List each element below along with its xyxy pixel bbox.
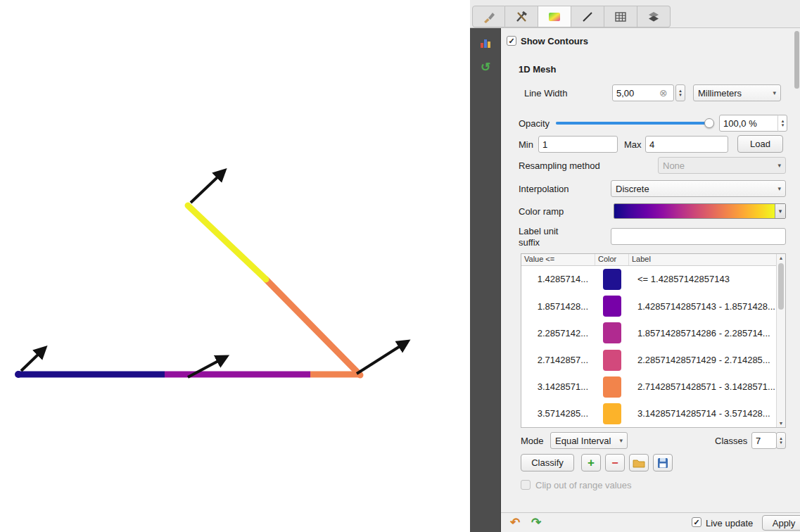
min-input[interactable] [538,136,618,153]
clear-icon[interactable]: ⊗ [659,87,668,99]
color-ramp-arrow-button[interactable]: ▾ [775,204,785,218]
mode-value: Equal Interval [555,436,611,446]
check-icon: ✓ [508,37,514,46]
label-unit-suffix-label: Label unit suffix [519,226,578,248]
class-color-cell[interactable] [595,269,629,290]
class-label[interactable]: 1.42857142857143 - 1.8571428... [629,301,776,312]
color-swatch[interactable] [603,322,621,343]
chevron-down-icon: ▾ [773,89,776,96]
color-swatch[interactable] [603,296,621,317]
class-label[interactable]: 1.85714285714286 - 2.285714... [629,328,776,338]
class-color-cell[interactable] [595,296,629,317]
table-row[interactable]: 2.7142857... 2.28571428571429 - 2.714285… [521,346,776,373]
reload-style-button[interactable]: ↺ [476,58,495,76]
interpolation-dropdown[interactable]: Discrete ▾ [611,180,786,197]
resampling-value: None [663,160,685,171]
chevron-down-icon: ▾ [777,162,781,169]
mode-dropdown[interactable]: Equal Interval ▾ [550,432,628,449]
opacity-slider-handle[interactable] [704,118,714,128]
add-class-button[interactable]: + [581,454,601,471]
class-color-cell[interactable] [595,403,629,424]
side-toolbar: ↺ [470,28,501,532]
line-width-unit-dropdown[interactable]: Millimeters ▾ [693,84,781,101]
show-contours-checkbox[interactable]: ✓ [507,36,516,46]
color-swatch[interactable] [603,269,621,290]
styling-panel: ✓ Show Contours 1D Mesh Line Width ⊗ ▴ ▾… [501,28,800,512]
live-update-label: Live update [706,518,753,528]
classify-button[interactable]: Classify [521,454,574,471]
mode-label: Mode [521,436,544,446]
max-input[interactable] [645,136,728,153]
color-swatch[interactable] [603,350,621,371]
class-color-cell[interactable] [595,350,629,371]
header-value[interactable]: Value <= [521,254,595,265]
table-row[interactable]: 3.1428571... 2.71428571428571 - 3.142857… [521,374,776,400]
layers-icon [647,10,661,24]
redo-icon: ↷ [531,515,541,530]
load-classes-button[interactable] [629,454,649,471]
clip-out-of-range-label: Clip out of range values [535,480,632,490]
classes-stepper[interactable]: ▴ ▾ [776,432,786,449]
live-update-checkbox[interactable]: ✓ [692,517,701,527]
label-unit-suffix-input[interactable] [611,228,786,245]
table-scrollbar[interactable]: ▲ ▼ [776,254,785,427]
table-row[interactable]: 1.8571428... 1.42857142857143 - 1.857142… [521,293,776,319]
scrollbar-thumb[interactable] [778,263,784,310]
class-value[interactable]: 2.7142857... [521,355,595,365]
undo-button[interactable]: ↶ [507,514,523,530]
class-color-cell[interactable] [595,376,629,398]
classes-input[interactable] [751,432,777,449]
check-icon: ✓ [693,518,699,527]
color-ramp-dropdown[interactable]: ▾ [614,203,786,219]
symbology-colors-button[interactable] [476,34,495,52]
table-row[interactable]: 1.4285714... <= 1.42857142857143 [521,266,776,293]
class-label[interactable]: 3.14285714285714 - 3.571428... [629,408,776,419]
header-color[interactable]: Color [595,254,629,265]
tab-vectors[interactable] [571,6,604,27]
clip-out-of-range-checkbox [521,480,531,490]
opacity-label: Opacity [519,118,550,129]
class-value[interactable]: 2.2857142... [521,328,595,338]
line-width-stepper[interactable]: ▴ ▾ [675,84,685,101]
plus-icon: + [588,456,595,470]
panel-scrollbar[interactable] [794,31,799,89]
class-value[interactable]: 3.5714285... [521,408,595,419]
save-icon [656,457,669,469]
apply-button[interactable]: Apply [762,515,800,531]
color-swatch[interactable] [603,403,621,424]
grid-icon [614,10,628,24]
line-icon [580,10,595,24]
scroll-down-icon[interactable]: ▼ [777,421,785,426]
styling-tabbar [470,0,800,28]
redo-button[interactable]: ↷ [528,514,545,530]
class-label[interactable]: 2.71428571428571 - 3.1428571... [629,381,776,392]
tab-mesh-frame[interactable] [604,6,637,27]
tab-averaging[interactable] [637,6,671,27]
class-label[interactable]: <= 1.42857142857143 [629,274,776,284]
color-swatch[interactable] [603,376,621,398]
bottom-bar: ↶ ↷ ✓ Live update Apply [501,512,800,532]
classes-table-header: Value <= Color Label [521,254,776,266]
class-label[interactable]: 2.28571428571429 - 2.714285... [629,355,776,365]
table-row[interactable]: 3.5714285... 3.14285714285714 - 3.571428… [521,400,776,427]
vector-arrow [357,346,401,374]
map-canvas[interactable] [0,0,470,532]
segment-yellow-diagonal [188,205,266,279]
tab-symbology-brush[interactable] [472,6,505,27]
tab-contours[interactable] [538,6,571,27]
vector-arrow [21,353,39,371]
opacity-stepper[interactable]: ▴ ▾ [777,115,787,132]
class-color-cell[interactable] [595,322,629,343]
class-value[interactable]: 1.4285714... [521,274,595,284]
load-button[interactable]: Load [737,135,783,153]
class-value[interactable]: 3.1428571... [521,381,595,392]
scroll-up-icon[interactable]: ▲ [777,255,785,260]
tab-mesh-tools[interactable] [505,6,538,27]
symbology-colors-icon [479,37,492,49]
remove-class-button[interactable]: − [605,454,625,471]
class-value[interactable]: 1.8571428... [521,301,595,312]
save-classes-button[interactable] [653,454,673,471]
header-label[interactable]: Label [629,254,776,265]
table-row[interactable]: 2.2857142... 1.85714285714286 - 2.285714… [521,319,776,346]
classes-table[interactable]: Value <= Color Label 1.4285714... <= 1.4… [521,253,786,428]
